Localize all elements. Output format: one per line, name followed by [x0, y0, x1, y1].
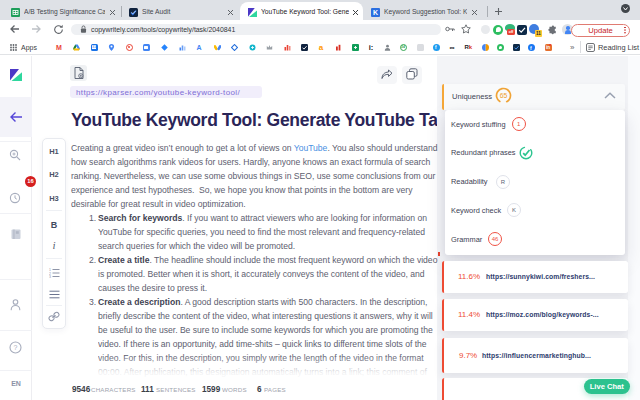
- svg-text:?: ?: [14, 344, 18, 351]
- svg-text:K: K: [373, 9, 378, 16]
- svg-text:65: 65: [500, 92, 508, 99]
- svg-text:3: 3: [49, 275, 51, 278]
